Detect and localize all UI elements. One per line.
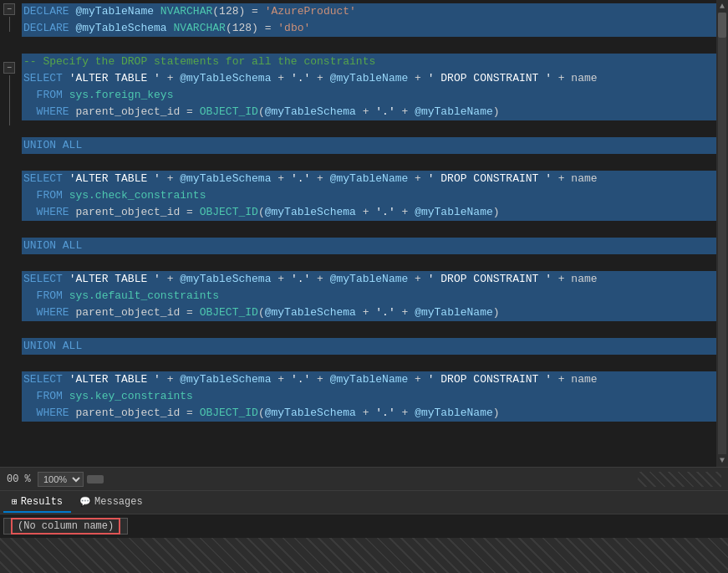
scroll-down-arrow[interactable]: ▼ bbox=[718, 454, 726, 467]
zoom-control[interactable]: 00 % 100% 75% 150% 200% bbox=[7, 472, 84, 487]
tab-messages[interactable]: 💬 Messages bbox=[71, 493, 151, 513]
code-line: UNION ALL bbox=[22, 338, 721, 355]
code-line bbox=[22, 154, 721, 171]
column-header: (No column name) bbox=[4, 519, 128, 535]
code-line bbox=[22, 355, 721, 371]
zoom-bar: 00 % 100% 75% 150% 200% bbox=[0, 467, 728, 490]
code-line: WHERE parent_object_id = OBJECT_ID(@myTa… bbox=[22, 304, 721, 321]
scroll-thumb[interactable] bbox=[718, 13, 726, 38]
collapse-btn-1[interactable]: − bbox=[3, 3, 15, 15]
code-line: FROM sys.default_constraints bbox=[22, 288, 721, 304]
code-line: UNION ALL bbox=[22, 137, 721, 154]
results-panel: ⊞ Results 💬 Messages (No column name) bbox=[0, 490, 728, 538]
tab-messages-label: Messages bbox=[94, 496, 143, 508]
code-line: DECLARE @myTableSchema NVARCHAR(128) = '… bbox=[22, 20, 721, 37]
diagonal-decoration bbox=[638, 472, 721, 487]
tab-results[interactable]: ⊞ Results bbox=[3, 493, 71, 513]
code-line: DECLARE @myTableName NVARCHAR(128) = 'Az… bbox=[22, 3, 721, 20]
code-line: WHERE parent_object_id = OBJECT_ID(@myTa… bbox=[22, 104, 721, 120]
code-line bbox=[22, 120, 721, 137]
code-line: WHERE parent_object_id = OBJECT_ID(@myTa… bbox=[22, 204, 721, 221]
results-tabs: ⊞ Results 💬 Messages bbox=[0, 491, 728, 514]
code-content[interactable]: DECLARE @myTableName NVARCHAR(128) = 'Az… bbox=[18, 0, 728, 467]
h-scroll-thumb[interactable] bbox=[87, 475, 104, 483]
code-line: SELECT 'ALTER TABLE ' + @myTableSchema +… bbox=[22, 171, 721, 187]
code-line: FROM sys.key_constraints bbox=[22, 388, 721, 405]
code-line bbox=[22, 254, 721, 271]
code-line: SELECT 'ALTER TABLE ' + @myTableSchema +… bbox=[22, 271, 721, 288]
tab-results-label: Results bbox=[21, 496, 63, 508]
results-table: (No column name) bbox=[3, 518, 128, 535]
column-header-box: (No column name) bbox=[11, 518, 120, 535]
code-line: -- Specify the DROP statements for all t… bbox=[22, 54, 721, 70]
collapse-btn-2[interactable]: − bbox=[3, 62, 15, 74]
code-line: FROM sys.check_constraints bbox=[22, 187, 721, 204]
messages-icon: 💬 bbox=[79, 496, 91, 507]
results-grid-icon: ⊞ bbox=[12, 496, 18, 507]
code-line bbox=[22, 221, 721, 238]
scroll-track bbox=[718, 13, 726, 454]
bottom-diagonal bbox=[0, 538, 728, 573]
results-content: (No column name) bbox=[0, 514, 728, 538]
scroll-up-arrow[interactable]: ▲ bbox=[718, 0, 726, 13]
code-line bbox=[22, 321, 721, 338]
code-editor: − − DECLARE @myTableName NVARCHAR(128) =… bbox=[0, 0, 728, 467]
code-line: WHERE parent_object_id = OBJECT_ID(@myTa… bbox=[22, 405, 721, 422]
code-line: SELECT 'ALTER TABLE ' + @myTableSchema +… bbox=[22, 70, 721, 87]
editor-gutter: − − bbox=[0, 0, 18, 467]
code-line bbox=[22, 37, 721, 54]
code-line: FROM sys.foreign_keys bbox=[22, 87, 721, 104]
scrollbar-horizontal[interactable] bbox=[87, 475, 634, 483]
scrollbar-vertical[interactable]: ▲ ▼ bbox=[716, 0, 728, 467]
code-line: SELECT 'ALTER TABLE ' + @myTableSchema +… bbox=[22, 371, 721, 388]
zoom-value: 00 % bbox=[7, 473, 36, 485]
code-line: UNION ALL bbox=[22, 238, 721, 254]
zoom-dropdown[interactable]: 100% 75% 150% 200% bbox=[38, 472, 84, 487]
